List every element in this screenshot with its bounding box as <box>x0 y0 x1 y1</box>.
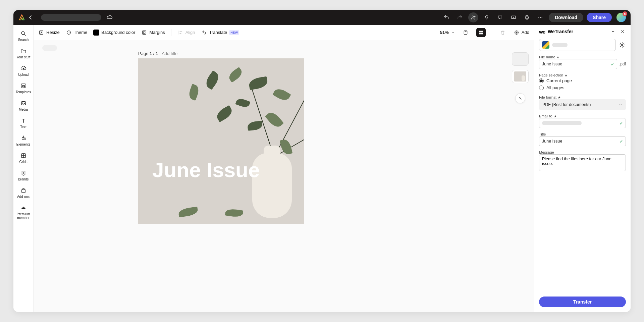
rail-upload[interactable]: Upload <box>14 63 33 79</box>
rail-label: Upload <box>18 73 29 76</box>
zoom-value: 51% <box>440 30 449 35</box>
add-page-button[interactable]: Add <box>514 30 529 36</box>
svg-rect-18 <box>479 31 481 32</box>
rail-your-stuff[interactable]: Your stuff <box>14 46 33 62</box>
rail-media[interactable]: Media <box>14 98 33 114</box>
leaf-icon <box>178 207 199 217</box>
add-label: Add <box>522 30 529 35</box>
print-icon[interactable] <box>522 12 532 22</box>
pages-panel-icon[interactable] <box>476 28 486 37</box>
rail-brands[interactable]: Brands <box>14 168 33 184</box>
message-textarea[interactable] <box>539 154 626 171</box>
bgcolor-button[interactable]: Background color <box>93 30 135 36</box>
page-sep: / <box>152 51 156 56</box>
check-icon: ✓ <box>611 62 614 67</box>
collapse-panel-button[interactable] <box>610 28 616 35</box>
rail-elements[interactable]: Elements <box>14 133 33 149</box>
email-to-input[interactable] <box>539 118 626 128</box>
close-panel-button[interactable] <box>619 28 626 35</box>
grids-icon <box>20 152 27 159</box>
folder-icon <box>20 48 27 54</box>
leaf-icon <box>265 110 284 129</box>
file-format-select[interactable]: PDF (Best for documents) <box>539 99 626 110</box>
adobe-logo-icon[interactable] <box>18 14 25 21</box>
translate-icon <box>201 30 207 36</box>
artboard[interactable]: June Issue <box>138 58 304 224</box>
account-selector[interactable] <box>539 39 616 51</box>
select-value: PDF (Best for documents) <box>542 102 591 107</box>
resize-label: Resize <box>46 30 60 35</box>
cloud-sync-icon[interactable] <box>105 12 115 22</box>
thumbnail-placeholder[interactable] <box>512 52 529 66</box>
theme-label: Theme <box>74 30 87 35</box>
lightbulb-icon[interactable] <box>482 12 492 22</box>
rail-text[interactable]: Text <box>14 115 33 131</box>
check-icon: ✓ <box>620 139 623 144</box>
rail-premium[interactable]: Premium member <box>14 203 33 222</box>
close-thumbnails-button[interactable] <box>515 93 525 103</box>
media-icon <box>20 100 27 107</box>
file-format-label: File format★ <box>539 95 626 99</box>
settings-button[interactable] <box>619 41 626 49</box>
rail-label: Templates <box>16 90 31 94</box>
rail-search[interactable]: Search <box>14 28 33 44</box>
download-button[interactable]: Download <box>549 13 583 22</box>
artboard-title-text[interactable]: June Issue <box>152 160 260 180</box>
rail-label: Media <box>19 108 28 111</box>
document-title-placeholder[interactable] <box>41 14 101 21</box>
wetransfer-panel: wє WeTransfer <box>534 25 631 312</box>
theme-button[interactable]: Theme <box>66 30 87 36</box>
radio-label: Current page <box>546 78 572 83</box>
present-icon[interactable] <box>508 12 519 22</box>
svg-point-10 <box>67 31 70 34</box>
transfer-button[interactable]: Transfer <box>539 297 626 307</box>
svg-point-3 <box>540 17 541 18</box>
svg-point-5 <box>21 32 24 35</box>
resize-button[interactable]: Resize <box>38 30 60 36</box>
radio-current-page[interactable]: Current page <box>539 77 626 84</box>
svg-point-0 <box>472 16 474 17</box>
close-icon <box>621 30 625 34</box>
view-mode-icon[interactable] <box>461 28 470 37</box>
delete-icon <box>498 28 507 37</box>
resize-icon <box>38 30 44 36</box>
comment-icon[interactable] <box>495 12 505 22</box>
svg-rect-16 <box>464 31 467 34</box>
back-button[interactable] <box>29 15 38 20</box>
svg-point-12 <box>69 32 69 32</box>
translate-button[interactable]: Translate NEW <box>201 30 239 36</box>
chevron-down-icon <box>619 103 623 107</box>
svg-rect-20 <box>479 33 481 34</box>
file-name-input[interactable] <box>539 59 617 69</box>
canvas[interactable]: Page 1 / 1 - Add title <box>34 40 534 312</box>
bgcolor-swatch-icon <box>93 30 99 36</box>
invite-user-icon[interactable] <box>468 12 478 22</box>
rail-label: Grids <box>19 160 28 164</box>
thumbnail-page-1[interactable] <box>512 70 529 83</box>
radio-icon <box>539 78 544 83</box>
svg-rect-14 <box>143 31 146 34</box>
margins-button[interactable]: Margins <box>141 30 165 36</box>
rail-templates[interactable]: Templates <box>14 80 33 97</box>
leaf-icon <box>187 84 200 101</box>
user-avatar[interactable]: 5 <box>616 13 626 22</box>
radio-icon <box>539 86 544 90</box>
title-input[interactable] <box>539 136 626 146</box>
toolbar-divider <box>171 29 171 36</box>
redo-icon[interactable] <box>455 12 465 22</box>
panel-body: File name★ ✓ .pdf Page selection★ <box>534 38 631 294</box>
undo-icon[interactable] <box>441 12 451 22</box>
rail-label: Your stuff <box>16 55 31 59</box>
share-button[interactable]: Share <box>587 13 612 22</box>
radio-all-pages[interactable]: All pages <box>539 84 626 91</box>
more-icon[interactable] <box>535 12 545 22</box>
rail-addons[interactable]: Add-ons <box>14 185 33 201</box>
bgcolor-label: Background color <box>101 30 135 35</box>
page-label[interactable]: Page 1 / 1 - Add title <box>138 51 177 56</box>
translate-label: Translate <box>209 30 227 35</box>
zoom-control[interactable]: 51% <box>440 30 455 35</box>
templates-icon <box>20 83 27 89</box>
panel-header: wє WeTransfer <box>534 25 631 38</box>
svg-point-4 <box>542 17 542 18</box>
rail-grids[interactable]: Grids <box>14 150 33 166</box>
